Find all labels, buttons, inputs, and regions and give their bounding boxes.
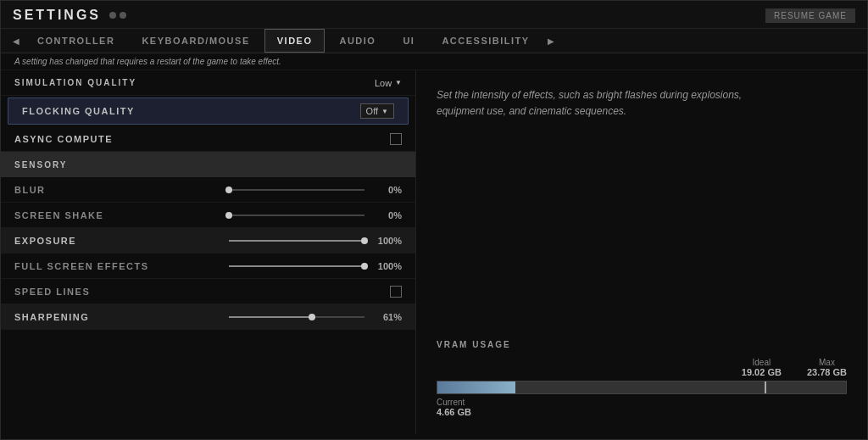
screen-shake-label: SCREEN SHAKE <box>14 210 103 220</box>
dot-2 <box>120 12 126 19</box>
flocking-quality-row[interactable]: FLOCKING QUALITY Off ▼ <box>8 97 409 125</box>
blur-value: 0% <box>371 185 402 195</box>
screen-shake-value: 0% <box>371 210 402 220</box>
right-panel: Set the intensity of effects, such as br… <box>416 70 867 434</box>
screen-shake-slider-thumb <box>225 212 232 219</box>
sharpening-slider-container[interactable]: 61% <box>229 312 402 322</box>
tabs-left-arrow[interactable]: ◀ <box>9 31 23 51</box>
sharpening-slider-thumb <box>309 314 315 320</box>
simulation-quality-row: SIMULATION QUALITY Low ▼ <box>1 70 415 96</box>
vram-current-value: 4.66 GB <box>437 407 471 417</box>
vram-bar-ideal-marker <box>765 382 766 393</box>
vram-ideal-label: Ideal <box>742 358 782 367</box>
async-compute-checkbox[interactable] <box>390 133 402 145</box>
simulation-quality-value[interactable]: Low ▼ <box>375 78 402 88</box>
async-compute-row: ASYNC COMPUTE <box>1 126 415 152</box>
header: SETTINGS RESUME GAME <box>1 1 867 29</box>
warning-bar: A setting has changed that requires a re… <box>1 53 867 70</box>
sensory-section-row: SENSORY <box>1 152 415 177</box>
left-panel: SIMULATION QUALITY Low ▼ FLOCKING QUALIT… <box>1 70 416 434</box>
blur-label: BLUR <box>14 185 46 195</box>
header-dots <box>109 12 126 19</box>
tab-ui[interactable]: UI <box>390 29 427 53</box>
warning-text: A setting has changed that requires a re… <box>14 57 281 66</box>
sharpening-slider-track[interactable] <box>229 316 364 318</box>
blur-row: BLUR 0% <box>1 177 415 203</box>
flocking-quality-dropdown[interactable]: Off ▼ <box>360 103 394 119</box>
exposure-slider-track[interactable] <box>229 240 364 242</box>
exposure-value: 100% <box>371 236 402 246</box>
async-compute-label: ASYNC COMPUTE <box>14 134 113 144</box>
description-text: Set the intensity of effects, such as br… <box>437 87 776 120</box>
full-screen-effects-slider-track[interactable] <box>229 265 364 267</box>
sharpening-slider-fill <box>229 316 312 318</box>
simulation-quality-arrow: ▼ <box>395 79 402 86</box>
simulation-quality-text: Low <box>375 78 392 88</box>
screen-shake-slider-container[interactable]: 0% <box>229 210 402 220</box>
vram-title: VRAM USAGE <box>437 340 847 349</box>
full-screen-effects-slider-container[interactable]: 100% <box>229 261 402 271</box>
dot-1 <box>109 12 116 19</box>
blur-slider-thumb <box>225 187 232 193</box>
sharpening-value: 61% <box>371 312 402 322</box>
tab-keyboard-mouse[interactable]: KEYBOARD/MOUSE <box>129 29 262 53</box>
vram-labels-top: Ideal 19.02 GB Max 23.78 GB <box>437 358 847 377</box>
vram-max-value: 23.78 GB <box>807 367 847 377</box>
tabs-bar: ◀ CONTROLLER KEYBOARD/MOUSE VIDEO AUDIO … <box>1 29 867 53</box>
flocking-quality-label: FLOCKING QUALITY <box>22 106 135 116</box>
blur-slider-track[interactable] <box>229 189 364 191</box>
full-screen-effects-slider-fill <box>229 265 364 267</box>
speed-lines-row: SPEED LINES <box>1 279 415 304</box>
vram-max-group: Max 23.78 GB <box>807 358 847 377</box>
full-screen-effects-value: 100% <box>371 261 402 271</box>
blur-slider-container[interactable]: 0% <box>229 185 402 195</box>
flocking-quality-text: Off <box>366 106 378 116</box>
exposure-slider-fill <box>229 240 364 242</box>
full-screen-effects-slider-thumb <box>361 263 368 270</box>
tabs-right-arrow[interactable]: ▶ <box>544 31 558 51</box>
full-screen-effects-label: FULL SCREEN EFFECTS <box>14 261 148 271</box>
settings-window: SETTINGS RESUME GAME ◀ CONTROLLER KEYBOA… <box>0 0 868 440</box>
resume-button[interactable]: RESUME GAME <box>765 8 855 23</box>
main-content: SIMULATION QUALITY Low ▼ FLOCKING QUALIT… <box>1 70 867 434</box>
tab-controller[interactable]: CONTROLLER <box>25 29 127 53</box>
vram-bar <box>437 381 847 394</box>
vram-current-label-group: Current 4.66 GB <box>437 398 847 417</box>
screen-shake-slider-track[interactable] <box>229 214 364 216</box>
flocking-quality-dropdown-arrow: ▼ <box>381 108 388 115</box>
exposure-row: EXPOSURE 100% <box>1 228 415 253</box>
exposure-slider-thumb <box>361 237 368 244</box>
vram-ideal-group: Ideal 19.02 GB <box>742 358 782 377</box>
vram-current-label: Current <box>437 398 465 407</box>
speed-lines-checkbox[interactable] <box>390 286 402 298</box>
vram-ideal-value: 19.02 GB <box>742 367 782 377</box>
simulation-quality-label: SIMULATION QUALITY <box>14 78 136 87</box>
exposure-label: EXPOSURE <box>14 236 76 246</box>
full-screen-effects-row: FULL SCREEN EFFECTS 100% <box>1 253 415 279</box>
tab-video[interactable]: VIDEO <box>264 29 326 53</box>
vram-section: VRAM USAGE Ideal 19.02 GB Max 23.78 GB <box>437 340 847 417</box>
screen-shake-row: SCREEN SHAKE 0% <box>1 203 415 228</box>
vram-max-label: Max <box>807 358 847 367</box>
sensory-label: SENSORY <box>14 160 68 170</box>
speed-lines-label: SPEED LINES <box>14 287 90 297</box>
tab-accessibility[interactable]: ACCESSIBILITY <box>429 29 542 53</box>
exposure-slider-container[interactable]: 100% <box>229 236 402 246</box>
sharpening-row: SHARPENING 61% <box>1 304 415 330</box>
sharpening-label: SHARPENING <box>14 312 89 322</box>
tab-audio[interactable]: AUDIO <box>326 29 388 53</box>
settings-title: SETTINGS <box>13 8 101 23</box>
vram-bar-current <box>437 382 515 393</box>
